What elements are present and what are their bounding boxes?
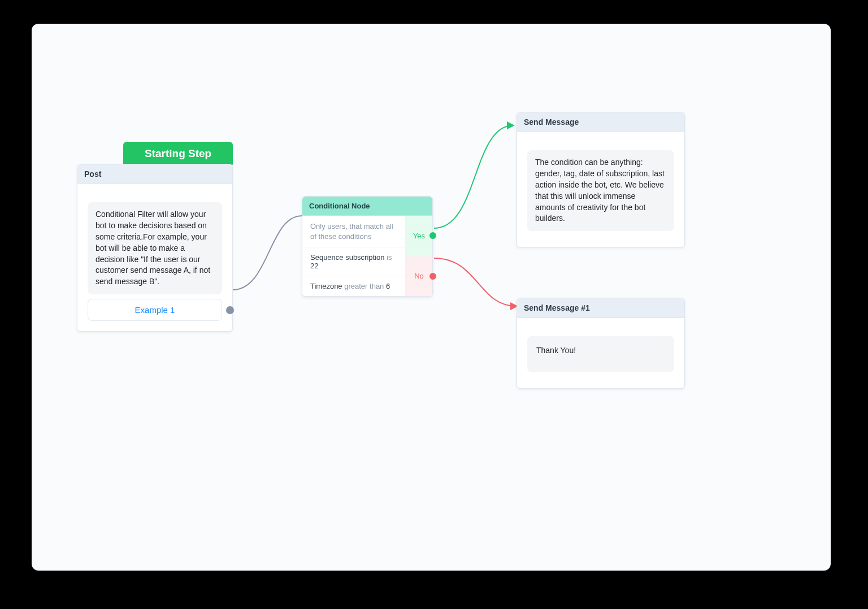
conditional-node-header: Conditional Node xyxy=(302,197,432,216)
wire-yes-to-sendmessage xyxy=(434,125,513,228)
post-node-body-text: Conditional Filter will allow your bot t… xyxy=(88,202,222,294)
post-output-port[interactable] xyxy=(226,306,234,314)
conditional-intro: Only users, that match all of these cond… xyxy=(302,216,405,247)
post-node[interactable]: Post Conditional Filter will allow your … xyxy=(77,164,233,332)
flow-canvas[interactable]: Starting Step Post Conditional Filter wi… xyxy=(32,24,831,571)
send-message-1-header: Send Message #1 xyxy=(517,298,684,318)
send-message-1-node[interactable]: Send Message #1 Thank You! xyxy=(517,298,685,389)
send-message-node[interactable]: Send Message The condition can be anythi… xyxy=(517,112,685,247)
send-message-body: The condition can be anything: gender, t… xyxy=(527,150,674,231)
no-port[interactable] xyxy=(429,273,436,280)
post-node-header: Post xyxy=(77,164,232,184)
example-1-button[interactable]: Example 1 xyxy=(88,299,222,321)
example-1-button-label: Example 1 xyxy=(135,305,175,315)
rule1-op: is xyxy=(387,253,392,262)
conditional-rules: Only users, that match all of these cond… xyxy=(302,216,405,296)
conditional-node[interactable]: Conditional Node Only users, that match … xyxy=(302,196,433,297)
yes-label: Yes xyxy=(413,232,425,240)
conditional-rule-1[interactable]: Sequence subscription is 22 xyxy=(302,247,405,276)
rule1-value: 22 xyxy=(310,262,318,270)
rule1-field: Sequence subscription xyxy=(310,253,385,262)
conditional-rule-2[interactable]: Timezone greater than 6 xyxy=(302,276,405,296)
rule2-op: greater than xyxy=(344,282,384,290)
yes-port[interactable] xyxy=(429,232,436,239)
starting-step-pill: Starting Step xyxy=(123,142,233,166)
rule2-field: Timezone xyxy=(310,282,342,290)
conditional-no-output[interactable]: No xyxy=(406,256,432,297)
wire-no-to-sendmessage1 xyxy=(434,258,517,306)
rule2-value: 6 xyxy=(386,282,390,290)
conditional-yes-output[interactable]: Yes xyxy=(406,216,432,256)
send-message-header: Send Message xyxy=(517,112,684,132)
wire-post-to-conditional xyxy=(233,216,302,290)
no-label: No xyxy=(414,272,424,280)
send-message-1-body: Thank You! xyxy=(527,336,674,372)
